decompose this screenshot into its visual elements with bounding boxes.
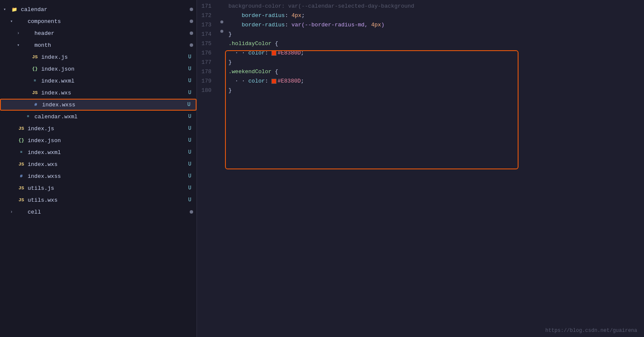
code-line-180: 180 } [197,86,644,95]
status-dot [190,43,193,47]
line-number: 174 [197,30,218,39]
folder-icon [17,208,26,216]
wxml-icon: ≡ [31,77,39,85]
line-text: } [225,30,644,39]
code-line-173: 173 border-radius: var(--border-radius-m… [197,20,644,30]
sidebar-item-label: components [28,18,190,25]
sidebar-item-label: calendar.wxml [34,114,186,120]
sidebar-item-month-index-json[interactable]: {} index.json U [0,63,197,75]
line-text: .weekendColor { [225,67,644,77]
git-badge: U [186,137,193,143]
git-badge: U [186,114,193,120]
code-line-172: 172 border-radius: 4px; [197,11,644,20]
arrow-icon [3,7,10,12]
sidebar-item-month-index-wxml[interactable]: ≡ index.wxml U [0,75,197,87]
sidebar-item-cell[interactable]: cell [0,206,197,218]
line-text: · · color: #E8380D; [225,49,644,58]
sidebar-item-label: index.wxss [28,173,186,180]
sidebar-item-root-index-wxml[interactable]: ≡ index.wxml U [0,146,197,158]
code-line-175: 175 .holidayColor { [197,39,644,49]
sidebar-item-label: index.wxml [28,149,186,156]
code-editor[interactable]: 171 background-color: var(--calendar-sel… [197,0,644,337]
status-dot [190,20,193,23]
line-number: 172 [197,11,218,20]
line-number: 180 [197,86,218,95]
sidebar-item-month-index-js[interactable]: JS index.js U [0,51,197,63]
line-text: · · color: #E8380D; [225,77,644,86]
url-text: https://blog.csdn.net/guairena [545,328,637,334]
line-text: border-radius: 4px; [225,11,644,20]
status-dot [190,8,193,11]
wxss-icon: # [31,100,40,109]
sidebar-item-month-index-wxs[interactable]: JS index.wxs U [0,87,197,99]
sidebar-item-calendar[interactable]: 📁 calendar [0,3,197,15]
status-dot [190,210,193,214]
sidebar-item-components[interactable]: components [0,15,197,27]
git-badge: U [186,197,193,203]
line-text: } [225,86,644,95]
code-line-179: 179 · · color: #E8380D; [197,77,644,86]
wxs-icon: JS [17,160,26,168]
arrow-icon [17,43,24,48]
json-icon: {} [17,136,26,145]
sidebar-item-root-index-wxss[interactable]: # index.wxss U [0,170,197,182]
git-badge: U [186,161,193,167]
sidebar-item-label: index.json [41,66,186,72]
sidebar-item-label: index.json [28,137,186,144]
sidebar-item-label: index.wxss [42,102,185,108]
sidebar-item-header[interactable]: header [0,27,197,39]
line-number: 179 [197,77,218,86]
sidebar-item-calendar-wxml[interactable]: ≡ calendar.wxml U [0,111,197,123]
folder-icon [17,17,26,26]
wxs-icon: JS [31,89,39,97]
code-content: 171 background-color: var(--calendar-sel… [197,2,644,95]
arrow-icon [17,31,24,36]
sidebar-item-label: utils.wxs [28,197,186,203]
sidebar-item-label: index.wxml [41,78,186,84]
code-line-174: 174 } [197,30,644,39]
git-badge: U [185,102,192,108]
line-text: } [225,58,644,67]
sidebar-item-label: index.js [28,126,186,132]
sidebar-item-root-index-json[interactable]: {} index.json U [0,134,197,146]
sidebar-item-label: cell [28,209,190,215]
json-icon: {} [31,65,39,73]
code-line-178: 178 .weekendColor { [197,67,644,77]
sidebar-item-root-index-wxs[interactable]: JS index.wxs U [0,158,197,170]
url-bar: https://blog.csdn.net/guairena [545,328,637,334]
sidebar-item-utils-wxs[interactable]: JS utils.wxs U [0,194,197,206]
folder-icon [24,29,32,37]
sidebar-item-root-index-js[interactable]: JS index.js U [0,123,197,134]
js-icon: JS [17,184,26,192]
git-badge: U [186,173,193,179]
line-number: 175 [197,39,218,49]
line-gutter [218,20,225,23]
sidebar-item-month[interactable]: month [0,39,197,51]
sidebar-item-label: index.wxs [41,90,186,96]
folder-icon [24,41,32,49]
code-line-176: 176 · · color: #E8380D; [197,49,644,58]
git-badge: U [186,185,193,191]
wxss-icon: # [17,172,26,180]
code-line-171: 171 background-color: var(--calendar-sel… [197,2,644,11]
line-text: border-radius: var(--border-radius-md, 4… [225,20,644,30]
git-badge: U [186,78,193,84]
git-badge: U [186,90,193,96]
line-text: .holidayColor { [225,39,644,49]
sidebar-item-utils-js[interactable]: JS utils.js U [0,182,197,194]
git-badge: U [186,126,193,131]
sidebar-item-label: header [34,30,190,37]
line-number: 171 [197,2,218,11]
sidebar-item-label: index.js [41,54,186,60]
line-number: 176 [197,49,218,58]
wxml-icon: ≡ [17,148,26,157]
sidebar-item-month-index-wxss[interactable]: # index.wxss U [0,99,197,111]
arrow-icon [10,19,17,24]
folder-icon: 📁 [10,5,19,14]
sidebar-item-label: index.wxs [28,161,186,168]
line-number: 173 [197,20,218,30]
line-number: 177 [197,58,218,67]
git-badge: U [186,149,193,155]
line-text: background-color: var(--calendar-selecte… [225,2,644,11]
wxml-icon: ≡ [24,112,32,121]
